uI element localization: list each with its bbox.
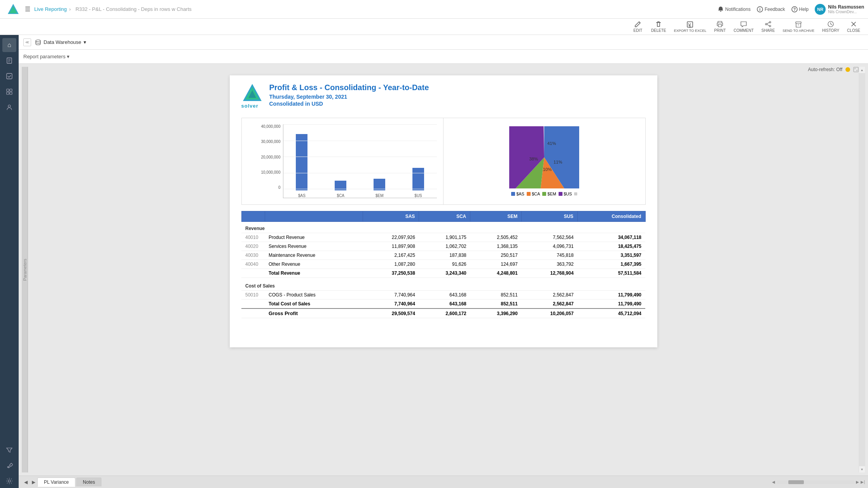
- sidebar-item-users[interactable]: [2, 100, 16, 114]
- section-revenue-label: Revenue: [241, 222, 645, 233]
- report-container: Parameters Auto-refresh: Off: [19, 64, 868, 476]
- tab-notes[interactable]: Notes: [76, 478, 101, 486]
- scroll-down-arrow[interactable]: ▼: [859, 466, 865, 472]
- gross-profit-cons: 45,712,094: [578, 308, 645, 318]
- gross-profit-sca: 2,600,172: [419, 308, 470, 318]
- tools-icon: [6, 462, 13, 469]
- legend-dot-extra: [574, 192, 577, 195]
- notifications-label: Notifications: [725, 7, 751, 12]
- total-revenue-sem: 4,248,801: [470, 269, 522, 278]
- bar-sem: $EM: [364, 179, 395, 198]
- horizontal-scrollbar[interactable]: [777, 480, 854, 484]
- tab-pl-variance[interactable]: PL Variance: [37, 478, 75, 487]
- gross-profit-sem: 3,396,290: [470, 308, 522, 318]
- left-sidebar: ⌂: [0, 35, 19, 488]
- tab-nav-left[interactable]: ◀: [22, 478, 30, 486]
- send-to-archive-button[interactable]: SEND TO ARCHIVE: [779, 19, 817, 34]
- breadcrumb-report-title: R332 - P&L - Consolidating - Deps in row…: [75, 6, 192, 12]
- settings-icon: [6, 478, 13, 485]
- y-axis-label-5: 40,000,000: [248, 124, 281, 129]
- charts-row: 40,000,000 30,000,000 20,000,000 10,000,…: [241, 118, 646, 205]
- scroll-up-arrow[interactable]: ▲: [859, 67, 865, 73]
- report-scroll[interactable]: Auto-refresh: Off: [28, 67, 859, 472]
- sidebar-item-tools[interactable]: [2, 458, 16, 472]
- delete-button[interactable]: DELETE: [648, 19, 669, 34]
- collapse-button[interactable]: ≪: [23, 38, 31, 46]
- right-scrollbar[interactable]: ▲ ▼: [859, 67, 865, 472]
- warehouse-dropdown-icon: ▾: [84, 39, 86, 45]
- avatar: NR: [815, 4, 826, 15]
- cons-40010: 34,067,118: [578, 233, 645, 242]
- total-revenue-row: Total Revenue 37,250,538 3,243,340 4,248…: [241, 269, 645, 278]
- bar-sus-rect: [412, 168, 424, 190]
- section-revenue: Revenue: [241, 222, 645, 233]
- gross-profit-sus: 10,206,057: [522, 308, 578, 318]
- autorefresh-label: Auto-refresh: Off: [808, 67, 842, 72]
- svg-rect-16: [7, 92, 9, 94]
- report-toolbar: EDIT DELETE EXPORT TO EXCEL PRINT COMMEN…: [0, 19, 868, 35]
- print-button[interactable]: PRINT: [711, 19, 729, 34]
- cons-40020: 18,425,475: [578, 242, 645, 251]
- history-button[interactable]: HISTORY: [819, 19, 842, 34]
- sidebar-item-reports[interactable]: [2, 54, 16, 68]
- sca-40010: 1,901,175: [419, 233, 470, 242]
- sidebar-item-dashboard[interactable]: [2, 85, 16, 99]
- svg-rect-15: [10, 89, 12, 91]
- comment-button[interactable]: COMMENT: [730, 19, 757, 34]
- svg-rect-17: [10, 92, 12, 94]
- section-cos: Cost of Sales: [241, 278, 645, 291]
- feedback-label: Feedback: [765, 7, 785, 12]
- table-row: 40010 Product Revenue 22,097,926 1,901,1…: [241, 233, 645, 242]
- help-label: Help: [799, 7, 809, 12]
- sca-50010: 643,168: [419, 291, 470, 300]
- delete-icon: [655, 21, 662, 28]
- tab-nav-right[interactable]: ▶: [30, 478, 37, 486]
- scroll-track[interactable]: [859, 73, 865, 466]
- help-button[interactable]: ? Help: [791, 6, 809, 12]
- col-sus: SUS: [522, 211, 578, 222]
- params-sidebar[interactable]: Parameters: [22, 67, 28, 472]
- close-button[interactable]: CLOSE: [844, 19, 863, 34]
- code-40030: 40030: [241, 251, 265, 260]
- filter-icon: [6, 446, 13, 453]
- app-logo[interactable]: [4, 3, 23, 16]
- feedback-button[interactable]: i Feedback: [757, 6, 785, 12]
- params-label-text: Report parameters: [23, 54, 65, 59]
- notifications-button[interactable]: Notifications: [718, 6, 751, 12]
- bar-sas-rect: [296, 134, 307, 190]
- close-icon: [850, 21, 857, 28]
- export-excel-button[interactable]: EXPORT TO EXCEL: [671, 19, 709, 34]
- gross-profit-label: Gross Profit: [265, 308, 363, 318]
- desc-maintenance-revenue: Maintenance Revenue: [265, 251, 363, 260]
- breadcrumb: Live Reporting › R332 - P&L - Consolidat…: [34, 6, 718, 12]
- share-button[interactable]: SHARE: [758, 19, 778, 34]
- hamburger-menu[interactable]: ☰: [25, 5, 30, 13]
- sidebar-item-tasks[interactable]: [2, 69, 16, 83]
- sidebar-item-settings[interactable]: [2, 474, 16, 488]
- pie-legend: $AS $CA $EM: [511, 192, 577, 196]
- desc-product-revenue: Product Revenue: [265, 233, 363, 242]
- sidebar-item-home[interactable]: ⌂: [2, 38, 16, 52]
- breadcrumb-sep: ›: [69, 6, 71, 12]
- total-cos-code: [241, 300, 265, 309]
- sidebar-item-filter[interactable]: [2, 443, 16, 457]
- edit-button[interactable]: EDIT: [629, 19, 646, 34]
- user-menu[interactable]: NR Nils Rasmussen Nils CrownDev...: [815, 4, 864, 15]
- total-cos-label: Total Cost of Sales: [265, 300, 363, 309]
- warehouse-selector[interactable]: Data Warehouse ▾: [35, 39, 86, 45]
- breadcrumb-live-reporting[interactable]: Live Reporting: [34, 6, 67, 12]
- bar-chart-area: 40,000,000 30,000,000 20,000,000 10,000,…: [242, 118, 444, 204]
- hscroll-end[interactable]: ▶|: [861, 480, 865, 484]
- report-parameters-toggle[interactable]: Report parameters ▾: [23, 54, 70, 59]
- user-sub: Nils CrownDev...: [828, 10, 864, 14]
- legend-dot-sem: [542, 192, 546, 196]
- y-axis-label-1: 0: [248, 185, 281, 190]
- expand-icon[interactable]: [853, 67, 859, 72]
- desc-services-revenue: Services Revenue: [265, 242, 363, 251]
- database-icon: [35, 39, 41, 45]
- warehouse-label: Data Warehouse: [44, 39, 81, 45]
- hscroll-left[interactable]: ◀: [772, 480, 775, 484]
- hscroll-right[interactable]: ▶: [856, 480, 859, 484]
- svg-text:?: ?: [793, 7, 796, 12]
- svg-point-8: [765, 23, 767, 25]
